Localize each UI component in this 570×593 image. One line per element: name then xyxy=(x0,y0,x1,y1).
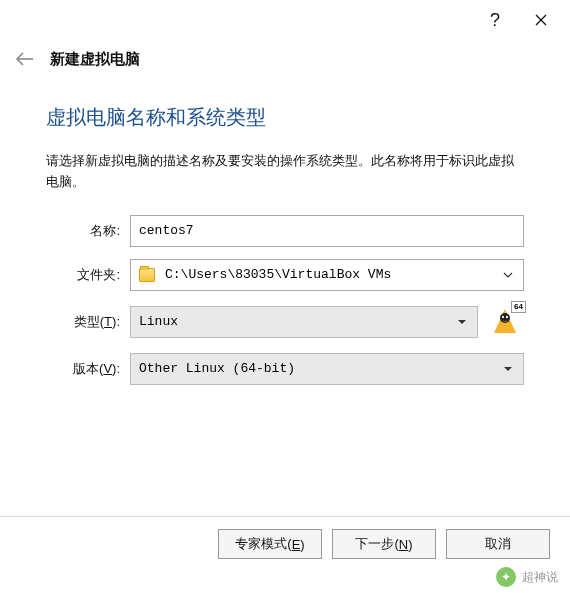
back-button[interactable] xyxy=(14,48,36,70)
wizard-title: 新建虚拟电脑 xyxy=(50,50,140,69)
page-heading: 虚拟电脑名称和系统类型 xyxy=(46,104,524,131)
row-folder: 文件夹: C:\Users\83035\VirtualBox VMs xyxy=(46,259,524,291)
wizard-footer: 专家模式(E) 下一步(N) 取消 xyxy=(0,516,570,559)
wizard-content: 虚拟电脑名称和系统类型 请选择新虚拟电脑的描述名称及要安装的操作系统类型。此名称… xyxy=(0,70,570,407)
row-name: 名称: xyxy=(46,215,524,247)
watermark: ✦ 超神说 xyxy=(496,567,558,587)
version-combo[interactable]: Other Linux (64-bit) xyxy=(130,353,524,385)
arch-badge: 64 xyxy=(511,301,526,313)
arrow-left-icon xyxy=(15,52,35,66)
wizard-header: 新建虚拟电脑 xyxy=(0,40,570,70)
chevron-down-icon xyxy=(503,272,513,278)
svg-marker-8 xyxy=(504,367,512,371)
expert-mode-button[interactable]: 专家模式(E) xyxy=(218,529,322,559)
wechat-icon: ✦ xyxy=(496,567,516,587)
folder-label: 文件夹: xyxy=(46,266,130,284)
chevron-down-icon xyxy=(457,319,467,325)
name-label: 名称: xyxy=(46,222,130,240)
version-label: 版本(V): xyxy=(46,360,130,378)
close-button[interactable] xyxy=(518,0,564,40)
page-description: 请选择新虚拟电脑的描述名称及要安装的操作系统类型。此名称将用于标识此虚拟电脑。 xyxy=(46,151,524,193)
row-version: 版本(V): Other Linux (64-bit) xyxy=(46,353,524,385)
cancel-button[interactable]: 取消 xyxy=(446,529,550,559)
type-combo[interactable]: Linux xyxy=(130,306,478,338)
close-icon xyxy=(535,14,547,26)
help-button[interactable]: ? xyxy=(472,0,518,40)
next-button[interactable]: 下一步(N) xyxy=(332,529,436,559)
folder-icon xyxy=(139,268,155,282)
titlebar: ? xyxy=(0,0,570,40)
svg-point-7 xyxy=(506,315,508,317)
os-logo: 64 xyxy=(486,303,524,341)
chevron-down-icon xyxy=(503,366,513,372)
name-input[interactable] xyxy=(130,215,524,247)
folder-value: C:\Users\83035\VirtualBox VMs xyxy=(165,267,391,282)
svg-marker-3 xyxy=(458,320,466,324)
version-value: Other Linux (64-bit) xyxy=(139,361,295,376)
row-type: 类型(T): Linux 64 xyxy=(46,303,524,341)
svg-point-6 xyxy=(502,315,504,317)
folder-combo[interactable]: C:\Users\83035\VirtualBox VMs xyxy=(130,259,524,291)
watermark-text: 超神说 xyxy=(522,569,558,586)
type-value: Linux xyxy=(139,314,178,329)
type-label: 类型(T): xyxy=(46,313,130,331)
